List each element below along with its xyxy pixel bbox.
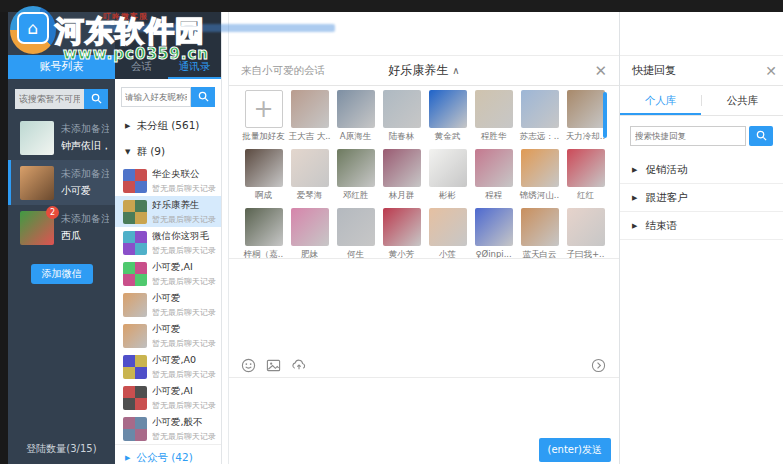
group-item[interactable]: 小可爱,般不暂无最后聊天记录 <box>115 413 221 444</box>
member-avatar <box>429 208 467 246</box>
group-name: 华企央联公 <box>152 168 216 181</box>
member-avatar <box>337 90 375 128</box>
quick-reply-category[interactable]: ▶跟进客户 <box>620 184 783 212</box>
member-tile[interactable]: 程胜华 <box>471 90 516 143</box>
member-tile[interactable]: 林月群 <box>379 149 424 202</box>
member-name: 黄金武 <box>425 131 470 143</box>
member-name: 蓝天白云 <box>517 249 562 258</box>
emoji-icon[interactable] <box>241 358 257 374</box>
section-ungrouped[interactable]: ▶ 未分组 (561) <box>115 113 221 139</box>
account-sidebar: 账号列表 未添加备注钟声依旧，起未添加备注小可爱2未添加备注西瓜 添加微信 登陆… <box>8 12 115 464</box>
add-friend-label: 批量加好友 <box>241 131 286 143</box>
member-name: 陆春林 <box>379 131 424 143</box>
member-tile[interactable]: A原海生 <box>333 90 378 143</box>
group-text: 小可爱,AI暂无最后聊天记录 <box>152 385 216 411</box>
section-groups[interactable]: ▼ 群 (9) <box>115 139 221 165</box>
quick-reply-top-blank <box>620 12 783 55</box>
account-name: 小可爱 <box>61 184 109 198</box>
member-tile[interactable]: 黄金武 <box>425 90 470 143</box>
close-icon[interactable]: ✕ <box>765 63 777 79</box>
member-tile[interactable]: 子曰我+.. <box>563 208 608 258</box>
member-tile[interactable]: 小莲 <box>425 208 470 258</box>
member-grid: +批量加好友王大吉 大..A原海生陆春林黄金武程胜华苏志远：..天力冷却..啊成… <box>229 86 619 258</box>
member-tile[interactable]: 黄小芳 <box>379 208 424 258</box>
quick-reply-category[interactable]: ▶结束语 <box>620 212 783 240</box>
contacts-search-input[interactable] <box>121 87 191 107</box>
group-text: 华企央联公暂无最后聊天记录 <box>152 168 216 194</box>
member-avatar <box>383 149 421 187</box>
contacts-search <box>121 87 215 107</box>
message-input-area[interactable] <box>229 378 619 436</box>
send-button[interactable]: (enter)发送 <box>539 438 611 462</box>
collapse-caret-icon[interactable]: ∧ <box>452 65 459 76</box>
member-tile[interactable]: 梓桐（嘉.. <box>241 208 286 258</box>
group-item[interactable]: 小可爱暂无最后聊天记录 <box>115 289 221 320</box>
group-text: 微信你这羽毛暂无最后聊天记录 <box>152 230 216 256</box>
image-icon[interactable] <box>266 358 282 374</box>
member-tile[interactable]: 爱琴海 <box>287 149 332 202</box>
group-subtitle: 暂无最后聊天记录 <box>152 400 216 411</box>
member-name: 苏志远：.. <box>517 131 562 143</box>
group-item[interactable]: 小可爱,AI暂无最后聊天记录 <box>115 258 221 289</box>
group-avatar <box>123 293 147 317</box>
member-tile[interactable]: 陆春林 <box>379 90 424 143</box>
tab-personal-library[interactable]: 个人库 <box>620 86 701 115</box>
member-name: 梓桐（嘉.. <box>241 249 286 258</box>
member-avatar <box>383 90 421 128</box>
groups-label: 群 (9) <box>136 145 165 159</box>
contacts-top-dark <box>115 12 221 55</box>
group-avatar <box>123 355 147 379</box>
cloud-upload-icon[interactable] <box>291 358 307 374</box>
group-item[interactable]: 好乐康养生暂无最后聊天记录 <box>115 196 221 227</box>
group-item[interactable]: 华企央联公暂无最后聊天记录 <box>115 165 221 196</box>
close-icon[interactable]: ✕ <box>594 62 607 80</box>
member-tile[interactable]: 程程 <box>471 149 516 202</box>
quick-reply-search <box>630 126 773 146</box>
member-tile[interactable]: 彬彬 <box>425 149 470 202</box>
member-name: 天力冷却.. <box>563 131 608 143</box>
member-avatar <box>521 90 559 128</box>
member-avatar <box>475 149 513 187</box>
account-text: 未添加备注小可爱 <box>61 167 109 198</box>
group-item[interactable]: 微信你这羽毛暂无最后聊天记录 <box>115 227 221 258</box>
more-actions-icon[interactable] <box>591 358 607 374</box>
group-item[interactable]: 小可爱,AI暂无最后聊天记录 <box>115 382 221 413</box>
member-tile[interactable]: 红红 <box>563 149 608 202</box>
tab-public-library[interactable]: 公共库 <box>702 86 783 115</box>
group-subtitle: 暂无最后聊天记录 <box>152 245 216 256</box>
group-item[interactable]: 小可爱,A0暂无最后聊天记录 <box>115 351 221 382</box>
member-tile[interactable]: 王大吉 大.. <box>287 90 332 143</box>
member-tile[interactable]: 天力冷却.. <box>563 90 608 143</box>
member-tile[interactable]: ♀Øinpi... <box>471 208 516 258</box>
add-friend-tile[interactable]: +批量加好友 <box>241 90 286 143</box>
member-tile[interactable]: 何生 <box>333 208 378 258</box>
group-item[interactable]: 小可爱暂无最后聊天记录 <box>115 320 221 351</box>
section-public-accounts[interactable]: ▶ 公众号 (42) <box>115 444 221 464</box>
member-tile[interactable]: 肥妹 <box>287 208 332 258</box>
account-item[interactable]: 未添加备注钟声依旧，起 <box>8 115 115 160</box>
add-wechat-button[interactable]: 添加微信 <box>31 264 93 284</box>
member-tile[interactable]: 锦绣河山.. <box>517 149 562 202</box>
tab-contacts[interactable]: 通讯录 <box>168 55 221 79</box>
account-item[interactable]: 2未添加备注西瓜 <box>8 205 115 250</box>
quick-reply-category[interactable]: ▶促销活动 <box>620 156 783 184</box>
account-avatar <box>20 121 54 155</box>
member-tile[interactable]: 苏志远：.. <box>517 90 562 143</box>
member-tile[interactable]: 啊成 <box>241 149 286 202</box>
group-name: 小可爱,A0 <box>152 354 216 367</box>
grid-scrollbar-thumb[interactable] <box>603 92 607 138</box>
quick-reply-search-input[interactable] <box>630 126 746 146</box>
account-search-button[interactable] <box>84 89 108 109</box>
group-text: 小可爱,AI暂无最后聊天记录 <box>152 261 216 287</box>
member-tile[interactable]: 邓红胜 <box>333 149 378 202</box>
contacts-search-button[interactable] <box>191 87 215 107</box>
member-tile[interactable]: 蓝天白云 <box>517 208 562 258</box>
group-text: 好乐康养生暂无最后聊天记录 <box>152 199 216 225</box>
tab-sessions[interactable]: 会话 <box>115 55 168 79</box>
member-avatar <box>521 208 559 246</box>
window-left-edge <box>0 12 8 464</box>
group-name: 小可爱 <box>152 292 216 305</box>
account-search-input[interactable] <box>15 89 84 109</box>
quick-reply-search-button[interactable] <box>749 126 773 146</box>
account-item[interactable]: 未添加备注小可爱 <box>8 160 115 205</box>
